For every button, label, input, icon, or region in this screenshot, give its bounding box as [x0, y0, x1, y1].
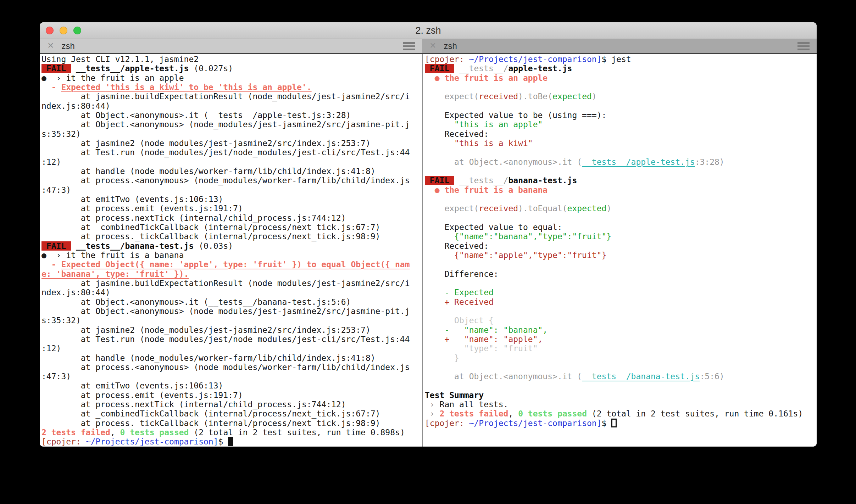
terminal-line: at _combinedTickCallback (internal/proce…: [41, 223, 422, 232]
terminal-line: [425, 195, 817, 204]
terminal-line: - Expected Object({ name: 'apple', type:…: [41, 260, 422, 269]
terminal-line: at emitTwo (events.js:106:13): [41, 381, 422, 390]
terminal-line: at process.nextTick (internal/child_proc…: [41, 400, 422, 409]
terminal-line: at Object.<anonymous>.it (__tests__/bana…: [41, 297, 422, 307]
terminal-line: [425, 101, 817, 111]
terminal-line: [425, 363, 817, 372]
block-cursor: [228, 437, 233, 446]
terminal-line: "this is a kiwi": [425, 139, 817, 148]
terminal-line: 2 tests failed, 0 tests passed (2 total …: [41, 428, 422, 437]
terminal-line: Received:: [425, 241, 817, 251]
terminal-line: ndex.js:80:44): [41, 101, 422, 111]
terminal-line: at jasmine2 (node_modules/jest-jasmine2/…: [41, 325, 422, 335]
terminal-line: at jasmine.buildExpectationResult (node_…: [41, 92, 422, 101]
terminal-line: ● › it the fruit is a banana: [41, 251, 422, 260]
terminal-line: FAIL __tests__/banana-test.js: [425, 176, 817, 185]
terminal-line: Test Summary: [425, 391, 817, 400]
terminal-line: FAIL __tests__/apple-test.js: [425, 64, 817, 73]
terminal-line: › 2 tests failed, 0 tests passed (2 tota…: [425, 409, 817, 418]
terminal-line: }: [425, 353, 817, 363]
terminal-line: :47:3): [41, 185, 422, 195]
pane-title-bars: × zsh × zsh: [40, 39, 817, 54]
title-bar: 2. zsh: [40, 22, 817, 39]
terminal-line: [425, 307, 817, 316]
terminal-line: [425, 167, 817, 176]
terminal-line: at handle (node_modules/worker-farm/lib/…: [41, 167, 422, 176]
terminal-line: at process.emit (events.js:191:7): [41, 204, 422, 213]
fail-badge: FAIL: [425, 176, 454, 185]
terminal-line: :12): [41, 344, 422, 353]
terminal-line: - Expected 'this is a kiwi' to be 'this …: [41, 83, 422, 92]
terminal-line: at Object.<anonymous> (node_modules/jest…: [41, 307, 422, 316]
terminal-line: :47:3): [41, 372, 422, 381]
terminal-line: :12): [41, 157, 422, 167]
terminal-line: Expected value to be (using ===):: [425, 111, 817, 120]
minimize-window-button[interactable]: [60, 27, 67, 34]
terminal-line: expect(received).toEqual(expected): [425, 204, 817, 213]
terminal-line: + Received: [425, 297, 817, 307]
hollow-cursor: [611, 419, 617, 427]
terminal-content: Using Jest CLI v12.1.1, jasmine2 FAIL __…: [40, 54, 817, 447]
terminal-line: [425, 260, 817, 269]
right-pane-title-bar: × zsh: [422, 39, 817, 53]
terminal-line: ● › it the fruit is an apple: [41, 73, 422, 83]
terminal-line: at Object.<anonymous> (node_modules/jest…: [41, 120, 422, 129]
terminal-line: "this is an apple": [425, 120, 817, 129]
terminal-line: [425, 148, 817, 157]
terminal-line: at Object.<anonymous>.it (__tests__/bana…: [425, 372, 817, 381]
terminal-line: at emitTwo (events.js:106:13): [41, 195, 422, 204]
terminal-line: [425, 83, 817, 92]
menu-icon[interactable]: [797, 42, 810, 50]
close-icon[interactable]: ×: [48, 40, 54, 51]
terminal-line: ● the fruit is an apple: [425, 73, 817, 83]
close-window-button[interactable]: [46, 27, 54, 34]
terminal-line: at Test.run (node_modules/jest/node_modu…: [41, 148, 422, 157]
terminal-line: FAIL __tests__/banana-test.js (0.03s): [41, 241, 422, 251]
terminal-line: Difference:: [425, 269, 817, 279]
terminal-line: [cpojer: ~/Projects/jest-comparison]$ je…: [425, 55, 817, 64]
terminal-line: at Object.<anonymous>.it (__tests__/appl…: [425, 157, 817, 167]
right-terminal-pane[interactable]: [cpojer: ~/Projects/jest-comparison]$ je…: [423, 54, 817, 447]
terminal-line: ndex.js:80:44): [41, 288, 422, 297]
left-pane-title-bar: × zsh: [40, 39, 422, 53]
menu-icon[interactable]: [403, 42, 415, 50]
terminal-line: at process.<anonymous> (node_modules/wor…: [41, 363, 422, 372]
terminal-line: › Ran all tests.: [425, 400, 817, 409]
terminal-line: "type": "fruit": [425, 344, 817, 353]
terminal-line: [425, 213, 817, 223]
terminal-line: at jasmine2 (node_modules/jest-jasmine2/…: [41, 139, 422, 148]
terminal-line: FAIL __tests__/apple-test.js (0.027s): [41, 64, 422, 73]
terminal-line: Received:: [425, 129, 817, 139]
fail-badge: FAIL: [425, 64, 454, 73]
terminal-line: expect(received).toBe(expected): [425, 92, 817, 101]
zoom-window-button[interactable]: [73, 27, 81, 34]
terminal-line: at Object.<anonymous>.it (__tests__/appl…: [41, 111, 422, 120]
terminal-line: s:35:32): [41, 316, 422, 325]
fail-badge: FAIL: [41, 64, 71, 73]
terminal-window: 2. zsh × zsh × zsh Using Jest CLI v12.1.…: [40, 22, 817, 447]
terminal-line: Object {: [425, 316, 817, 325]
terminal-line: at process._tickCallback (internal/proce…: [41, 232, 422, 241]
left-terminal-pane[interactable]: Using Jest CLI v12.1.1, jasmine2 FAIL __…: [40, 54, 422, 447]
terminal-line: at _combinedTickCallback (internal/proce…: [41, 409, 422, 418]
terminal-line: at handle (node_modules/worker-farm/lib/…: [41, 353, 422, 363]
fail-badge: FAIL: [41, 241, 71, 251]
terminal-line: at process._tickCallback (internal/proce…: [41, 419, 422, 428]
left-pane-session-label: zsh: [62, 41, 75, 51]
terminal-line: [425, 279, 817, 288]
terminal-line: at process.<anonymous> (node_modules/wor…: [41, 176, 422, 185]
terminal-line: Expected value to equal:: [425, 223, 817, 232]
close-icon[interactable]: ×: [430, 40, 436, 51]
terminal-line: - Expected: [425, 288, 817, 297]
terminal-line: + "name": "apple",: [425, 335, 817, 344]
terminal-line: [425, 381, 817, 390]
terminal-line: Using Jest CLI v12.1.1, jasmine2: [41, 55, 422, 64]
terminal-line: {"name":"apple","type":"fruit"}: [425, 251, 817, 260]
terminal-line: [cpojer: ~/Projects/jest-comparison]$: [41, 437, 422, 446]
window-title: 2. zsh: [415, 25, 441, 36]
terminal-line: at process.nextTick (internal/child_proc…: [41, 213, 422, 223]
terminal-line: at process.emit (events.js:191:7): [41, 391, 422, 400]
terminal-line: s:35:32): [41, 129, 422, 139]
terminal-line: {"name":"banana","type":"fruit"}: [425, 232, 817, 241]
traffic-lights: [46, 22, 81, 39]
